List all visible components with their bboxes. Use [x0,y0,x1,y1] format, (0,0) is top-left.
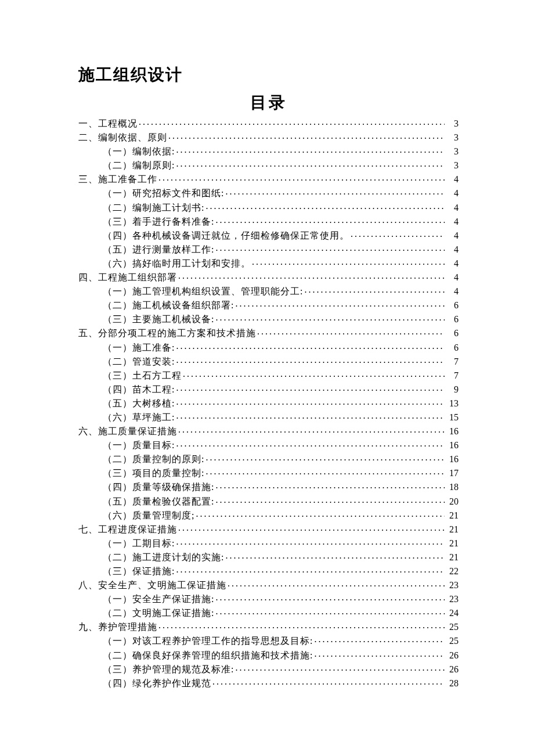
toc-leader-dots [215,215,445,225]
toc-entry-subsection: （二）编制施工计划书:4 [78,201,459,215]
toc-entry-number: （二） [103,553,132,562]
toc-entry-number: （三） [103,665,132,674]
toc-entry-section: 八、安全生产、文明施工保证措施23 [78,579,459,593]
document-title: 施工组织设计 [78,64,459,86]
toc-entry-number: （一） [103,147,132,156]
toc-entry-page: 4 [446,175,459,184]
toc-entry-number: （五） [103,497,132,506]
toc-entry-number: （一） [103,441,132,450]
toc-leader-dots [176,383,445,393]
toc-entry-label: 项目的质量控制: [132,469,204,478]
toc-leader-dots [178,523,445,532]
toc-entry-subsection: （一）质量目标:16 [78,439,459,453]
toc-entry-page: 21 [446,553,459,562]
toc-leader-dots [351,229,445,239]
toc-entry-number: （四） [103,231,132,240]
toc-entry-page: 16 [446,455,459,464]
toc-leader-dots [158,173,445,182]
toc-leader-dots [176,397,445,406]
toc-entry-label: 土石方工程 [132,371,182,380]
toc-entry-subsection: （一）安全生产保证措施:23 [78,593,459,607]
toc-entry-page: 6 [446,343,459,352]
toc-entry-number: 九、 [78,622,98,632]
toc-leader-dots [304,285,445,294]
toc-entry-label: 养护管理措施 [98,622,157,632]
document-page: 施工组织设计 目录 一、工程概况3二、编制依据、原则3（一）编制依据:3（二）编… [0,0,534,726]
toc-entry-page: 4 [446,189,459,198]
toc-entry-number: （二） [103,455,132,464]
toc-entry-page: 15 [446,413,459,422]
toc-entry-subsection: （二）质量控制的原则:16 [78,453,459,467]
toc-entry-section: 五、分部分项工程的施工方案和技术措施6 [78,327,459,341]
toc-entry-section: 七、工程进度保证措施21 [78,523,459,537]
toc-entry-label: 分部分项工程的施工方案和技术措施 [98,329,256,338]
toc-entry-subsection: （一）施工准备:6 [78,341,459,355]
toc-leader-dots [215,313,445,322]
toc-entry-label: 保证措施: [132,567,175,576]
toc-entry-label: 施工管理机构组织设置、管理职能分工: [132,287,303,296]
toc-leader-dots [178,271,445,280]
toc-leader-dots [168,131,445,141]
toc-entry-label: 工期目标: [132,539,175,548]
toc-entry-label: 养护管理的规范及标准: [132,665,234,674]
toc-entry-page: 23 [446,595,459,604]
toc-entry-number: （五） [103,245,132,254]
toc-entry-label: 绿化养护作业规范 [132,679,211,688]
toc-entry-number: （三） [103,469,132,478]
toc-entry-number: （一） [103,636,132,646]
toc-entry-number: （三） [103,315,132,324]
toc-entry-section: 一、工程概况3 [78,117,459,131]
toc-entry-label: 编制依据、原则 [98,133,167,142]
toc-entry-label: 编制原则: [132,161,175,170]
toc-entry-subsection: （二）施工进度计划的实施:21 [78,551,459,565]
toc-entry-page: 6 [446,301,459,310]
toc-entry-subsection: （一）工期目标:21 [78,537,459,551]
toc-entry-subsection: （二）确保良好保养管理的组织措施和技术措施:26 [78,649,459,663]
toc-entry-number: （一） [103,189,132,198]
toc-entry-number: （六） [103,413,132,422]
toc-entry-label: 施工机械设备组织部署: [132,301,234,310]
toc-entry-label: 大树移植: [132,399,175,408]
toc-entry-number: （二） [103,651,132,660]
toc-entry-number: （五） [103,399,132,408]
toc-entry-subsection: （六）搞好临时用工计划和安排。4 [78,257,459,271]
toc-entry-number: （一） [103,287,132,296]
toc-entry-subsection: （一）编制依据:3 [78,145,459,159]
toc-entry-page: 18 [446,483,459,492]
toc-entry-subsection: （三）土石方工程7 [78,369,459,383]
toc-entry-number: （一） [103,595,132,604]
toc-entry-page: 4 [446,231,459,240]
toc-leader-dots [215,593,445,602]
toc-entry-label: 编制施工计划书: [132,203,204,213]
toc-entry-label: 对该工程养护管理工作的指导思想及目标: [132,636,313,646]
toc-entry-label: 施工准备工作 [98,175,157,184]
toc-entry-number: 二、 [78,133,98,142]
toc-leader-dots [215,607,445,616]
toc-entry-subsection: （一）对该工程养护管理工作的指导思想及目标:25 [78,635,459,649]
toc-entry-page: 4 [446,287,459,296]
toc-leader-dots [196,509,445,519]
toc-entry-subsection: （一）研究招标文件和图纸:4 [78,187,459,201]
toc-leader-dots [225,551,445,560]
toc-entry-number: （三） [103,567,132,576]
toc-entry-label: 工程施工组织部署 [98,273,177,282]
toc-entry-page: 3 [446,133,459,142]
toc-entry-number: 四、 [78,273,98,282]
toc-entry-page: 17 [446,469,459,478]
toc-entry-page: 3 [446,161,459,170]
toc-entry-label: 工程进度保证措施 [98,525,177,534]
toc-entry-number: 三、 [78,175,98,184]
toc-entry-number: （一） [103,539,132,548]
toc-entry-page: 4 [446,273,459,282]
toc-entry-page: 4 [446,259,459,268]
toc-entry-subsection: （二）编制原则:3 [78,159,459,173]
toc-leader-dots [176,565,445,574]
toc-entry-page: 25 [446,622,459,632]
toc-entry-section: 九、养护管理措施25 [78,621,459,635]
toc-entry-number: （六） [103,511,132,520]
toc-entry-section: 四、工程施工组织部署4 [78,271,459,285]
toc-entry-page: 20 [446,497,459,506]
toc-entry-label: 研究招标文件和图纸: [132,189,224,198]
toc-entry-page: 25 [446,636,459,646]
toc-entry-label: 各种机械设备调迁就位，仔细检修确保正常使用。 [132,231,349,240]
